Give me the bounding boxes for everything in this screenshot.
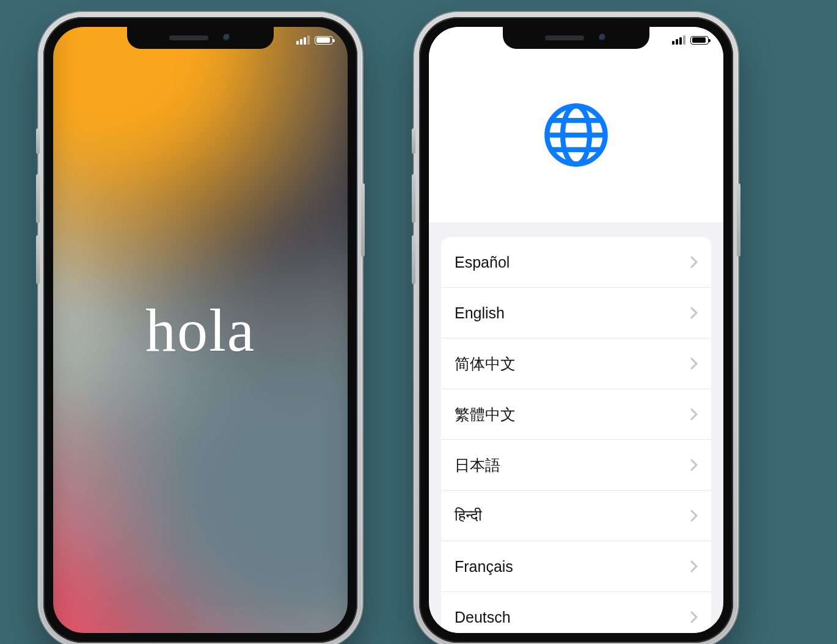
- chevron-right-icon: [690, 459, 698, 471]
- mute-switch: [412, 128, 415, 154]
- language-hero: [429, 27, 723, 222]
- language-row[interactable]: Deutsch: [441, 591, 711, 633]
- greeting-text: hola: [145, 295, 255, 365]
- chevron-right-icon: [690, 510, 698, 522]
- status-bar: [672, 35, 709, 45]
- front-camera: [223, 34, 232, 42]
- language-row[interactable]: Español: [441, 237, 711, 287]
- front-camera: [599, 34, 607, 42]
- language-row[interactable]: 日本語: [441, 439, 711, 490]
- earpiece-speaker: [169, 35, 208, 40]
- cellular-signal-icon: [672, 35, 685, 45]
- chevron-right-icon: [690, 611, 698, 623]
- language-row[interactable]: हिन्दी: [441, 490, 711, 541]
- side-button: [361, 183, 365, 257]
- language-label: 简体中文: [455, 354, 516, 374]
- language-row[interactable]: English: [441, 287, 711, 338]
- globe-icon: [543, 101, 610, 169]
- earpiece-speaker: [545, 35, 584, 40]
- language-label: 日本語: [455, 455, 500, 475]
- language-label: 繁體中文: [455, 404, 516, 425]
- volume-down-button: [412, 235, 415, 284]
- volume-up-button: [412, 174, 415, 223]
- status-bar: [296, 35, 333, 45]
- language-label: हिन्दी: [455, 507, 482, 525]
- battery-icon: [690, 36, 709, 45]
- notch: [127, 27, 274, 49]
- chevron-right-icon: [690, 408, 698, 420]
- phone-language-select: Español English 简体中文 繁體中文: [414, 12, 738, 644]
- notch: [503, 27, 649, 49]
- phone-welcome: hola: [38, 12, 362, 644]
- side-button: [737, 183, 740, 257]
- volume-down-button: [36, 235, 40, 284]
- battery-icon: [315, 36, 333, 45]
- language-row[interactable]: 简体中文: [441, 338, 711, 389]
- language-label: Español: [455, 254, 510, 271]
- volume-up-button: [36, 174, 40, 223]
- language-label: Deutsch: [455, 609, 511, 626]
- chevron-right-icon: [690, 560, 698, 573]
- language-row[interactable]: 繁體中文: [441, 389, 711, 439]
- chevron-right-icon: [690, 256, 698, 268]
- chevron-right-icon: [690, 307, 698, 319]
- cellular-signal-icon: [296, 35, 310, 45]
- language-row[interactable]: Français: [441, 541, 711, 591]
- language-list: Español English 简体中文 繁體中文: [441, 237, 711, 633]
- chevron-right-icon: [690, 357, 698, 370]
- mute-switch: [36, 128, 40, 154]
- welcome-greeting[interactable]: hola: [53, 27, 348, 633]
- language-label: English: [455, 304, 505, 322]
- language-label: Français: [455, 558, 513, 576]
